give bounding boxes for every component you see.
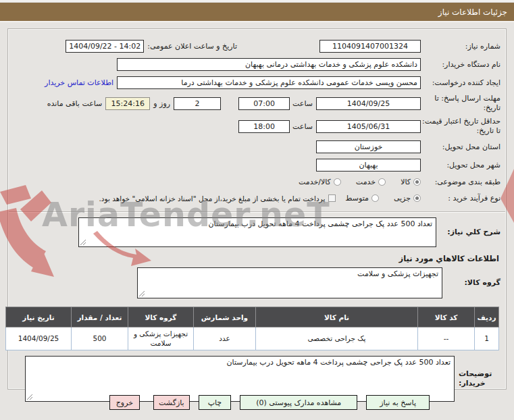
announce-datetime-field[interactable]: 1404/09/22 - 14:02 <box>66 40 144 53</box>
deadline-date-field[interactable]: 1404/09/25 <box>316 97 421 110</box>
radio-partial[interactable] <box>413 194 421 202</box>
col-item-name: نام کالا <box>256 307 418 327</box>
radio-goods-label: کالا <box>401 178 411 186</box>
col-row-index: ردیف <box>475 307 499 327</box>
process-label: نوع فرآیند خرید : <box>421 194 500 203</box>
cell-item-name: پک جراحی تخصصی <box>256 327 418 350</box>
col-group: گروه کالا <box>128 307 194 327</box>
row-process-type: نوع فرآیند خرید : جزیی متوسط پرداخت تمام… <box>8 190 506 207</box>
section-divider <box>9 211 505 213</box>
cell-quantity: 500 <box>72 327 128 350</box>
description-label: شرح کلي نياز: <box>436 228 500 237</box>
buyer-org-field[interactable]: دانشکده علوم پزشکی و خدمات بهداشتی درمان… <box>117 58 421 71</box>
buyer-contact-link[interactable]: اطلاعات تماس خریدار <box>45 78 113 87</box>
province-field[interactable]: خوزستان <box>316 140 421 153</box>
deadline-hour-field[interactable]: 07:00 <box>238 97 290 110</box>
row-classification: طبقه بندی موضوعی: کالا خدمت کالا/خدمت <box>8 174 506 190</box>
description-textarea[interactable]: تعداد 500 عدد پک جراحی چشمی پرداخت 4 ماه… <box>78 217 436 247</box>
goods-group-label: گروه کالا: <box>453 278 500 288</box>
treasury-checkbox[interactable] <box>328 194 336 202</box>
back-button[interactable]: بازگشت <box>153 395 190 410</box>
row-need-number: شماره نیاز: 1104091407001324 تاریخ و ساع… <box>8 37 506 55</box>
city-label: شهر محل تحویل: <box>421 161 500 170</box>
goods-group-text: تجهیزات پزشکی و سلامت <box>357 269 438 278</box>
treasury-note-label: پرداخت تمام یا بخشی از مبلغ خرید،از محل … <box>99 194 325 203</box>
deadline-hour-label: ساعت <box>292 99 313 108</box>
buyer-org-label: نام دستگاه خریدار: <box>421 60 500 70</box>
countdown-timer: 15:24:16 <box>105 97 150 110</box>
creator-label: ایجاد کننده درخواست: <box>421 78 500 88</box>
resize-grip-icon[interactable] <box>138 290 145 297</box>
cell-item-code: -- <box>418 327 475 350</box>
goods-group-textarea[interactable]: تجهیزات پزشکی و سلامت <box>137 267 442 298</box>
province-label: استان محل تحویل: <box>421 142 500 152</box>
radio-partial-label: جزیی <box>394 194 411 203</box>
row-goods-group: گروه کالا: تجهیزات پزشکی و سلامت <box>8 265 506 301</box>
row-province: استان محل تحویل: خوزستان <box>8 138 506 156</box>
cell-need-date: 1404/09/25 <box>6 327 72 350</box>
row-validity: حداقل تاریخ اعتبار قیمت: تا تاریخ: 1405/… <box>8 115 506 138</box>
radio-goods-service[interactable] <box>334 178 341 186</box>
respond-button[interactable]: پاسخ به نیاز <box>366 395 430 410</box>
col-need-date: تاریخ نیاز <box>6 307 72 327</box>
exit-button[interactable]: خروج <box>109 395 140 410</box>
remaining-days-field: 2 <box>174 97 221 110</box>
radio-goods[interactable] <box>413 178 421 186</box>
print-button[interactable]: چاپ <box>199 395 232 410</box>
creator-field[interactable]: محسن ویسی خدمات عمومی دانشکده علوم پزشکی… <box>117 76 421 89</box>
deadline-label: مهلت ارسال پاسخ: تا تاریخ: <box>421 94 500 113</box>
tender-detail-window: { "window": { "title": "جزئیات اطلاعات ن… <box>0 0 514 420</box>
action-button-bar: پاسخ به نیاز مشاهده مدارک پیوستی (0) چاپ… <box>96 395 430 410</box>
validity-date-field[interactable]: 1405/06/31 <box>316 120 421 133</box>
validity-hour-label: ساعت <box>292 122 313 131</box>
buyer-notes-label: توضیحات خریدار: <box>455 369 503 388</box>
need-number-field[interactable]: 1104091407001324 <box>319 40 421 53</box>
radio-goods-service-label: کالا/خدمت <box>299 178 331 186</box>
announce-label: تاریخ و ساعت اعلان عمومی: <box>147 42 237 51</box>
goods-table-row[interactable]: 1 -- پک جراحی تخصصی عدد تجهیزات پزشکی و … <box>6 327 499 350</box>
description-text: تعداد 500 عدد پک جراحی چشمی پرداخت 4 ماه… <box>208 219 432 228</box>
view-attachments-button[interactable]: مشاهده مدارک پیوستی (0) <box>240 395 357 410</box>
row-city: شهر محل تحویل: بهبهان <box>8 156 506 174</box>
radio-service-label: خدمت <box>356 178 376 186</box>
buyer-notes-text: تعداد 500 عدد پک جراحی چشمی پرداخت 4 ماه… <box>226 358 451 367</box>
cell-row-index: 1 <box>475 327 499 350</box>
row-creator: ایجاد کننده درخواست: محسن ویسی خدمات عمو… <box>8 74 506 92</box>
remaining-suffix-label: ساعت باقی مانده <box>47 99 103 108</box>
radio-medium-label: متوسط <box>345 194 369 203</box>
classification-label: طبقه بندی موضوعی: <box>421 178 500 187</box>
cell-unit: عدد <box>194 327 256 350</box>
need-number-label: شماره نیاز: <box>421 42 500 51</box>
window-title-bar: جزئیات اطلاعات نیاز <box>0 3 514 22</box>
resize-grip-icon[interactable] <box>26 394 33 400</box>
city-field[interactable]: بهبهان <box>316 159 421 172</box>
resize-grip-icon[interactable] <box>80 239 86 246</box>
col-quantity: تعداد / مقدار <box>72 307 128 327</box>
validity-label: حداقل تاریخ اعتبار قیمت: تا تاریخ: <box>421 117 500 136</box>
col-unit: واحد شمارش <box>194 307 256 327</box>
radio-medium[interactable] <box>371 194 379 202</box>
row-description: شرح کلي نياز: تعداد 500 عدد پک جراحی چشم… <box>8 215 506 250</box>
page-title: جزئیات اطلاعات نیاز <box>438 7 507 17</box>
goods-table: ردیف کد کالا نام کالا واحد شمارش گروه کا… <box>5 307 499 350</box>
need-details-panel: شماره نیاز: 1104091407001324 تاریخ و ساع… <box>7 28 507 390</box>
goods-table-header-row: ردیف کد کالا نام کالا واحد شمارش گروه کا… <box>6 307 499 327</box>
row-buyer-org: نام دستگاه خریدار: دانشکده علوم پزشکی و … <box>8 55 506 74</box>
radio-service[interactable] <box>378 178 386 186</box>
cell-group: تجهیزات پزشکی و سلامت <box>128 327 194 350</box>
goods-section-title: اطلاعات کالاهاي مورد نياز <box>8 250 506 265</box>
col-item-code: کد کالا <box>418 307 475 327</box>
row-deadline: مهلت ارسال پاسخ: تا تاریخ: 1404/09/25 سا… <box>8 92 506 115</box>
remaining-days-label: روز و <box>153 99 170 108</box>
validity-hour-field[interactable]: 18:00 <box>238 120 290 133</box>
